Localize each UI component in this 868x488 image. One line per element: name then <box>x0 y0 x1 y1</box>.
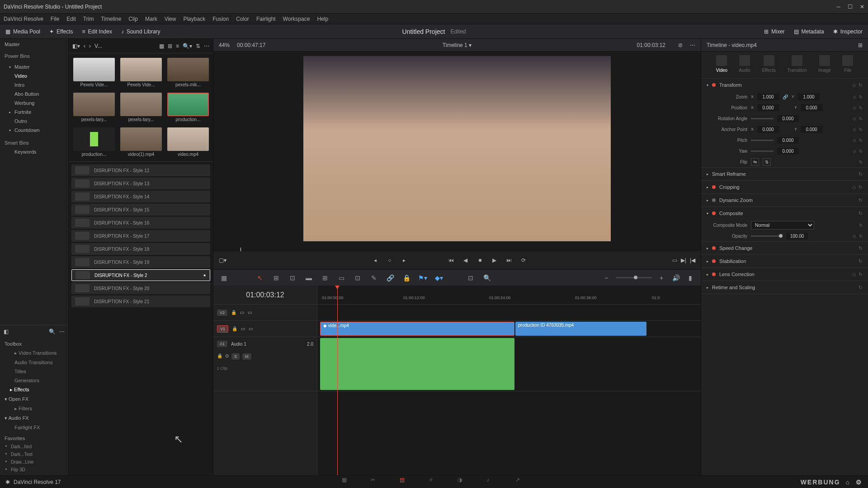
stabilization-header[interactable]: Stabilization↻ <box>701 255 868 267</box>
menu-item[interactable]: Trim <box>83 16 94 22</box>
prev-clip-icon[interactable]: |◀ <box>690 257 695 263</box>
reset-icon[interactable]: ↻ <box>859 149 863 154</box>
clip-thumb[interactable]: pexels-tary... <box>73 93 115 122</box>
openfx-cat[interactable]: ▾ Open FX <box>0 394 68 404</box>
view-filmstrip-icon[interactable]: ▦ <box>159 43 164 49</box>
fav-item[interactable]: Draw...Line <box>0 458 68 466</box>
clip-thumb[interactable]: video(1).mp4 <box>120 127 162 157</box>
fav-item[interactable]: Dark...Text <box>0 450 68 458</box>
reset-icon[interactable]: ↻ <box>859 258 863 264</box>
reset-icon[interactable]: ↻ <box>859 160 863 164</box>
generators-cat[interactable]: Generators <box>0 376 68 385</box>
nav-back-icon[interactable]: ‹ <box>84 43 85 49</box>
media-pool-button[interactable]: ▦Media Pool <box>5 28 40 35</box>
reset-icon[interactable]: ↻ <box>859 82 863 88</box>
keyframe-icon[interactable]: ◇ <box>853 94 856 99</box>
reset-icon[interactable]: ↻ <box>859 211 863 216</box>
search-icon[interactable]: 🔍 <box>49 328 56 335</box>
audiofx-cat[interactable]: ▾ Audio FX <box>0 413 68 423</box>
keyframe-icon[interactable]: ◇ <box>853 127 856 132</box>
bin-werbung[interactable]: Werbung <box>0 99 68 108</box>
opacity-input[interactable] <box>786 233 808 239</box>
flag-icon[interactable]: ⚑▾ <box>418 273 428 283</box>
app-icon[interactable]: ✱ <box>5 479 10 485</box>
link-icon[interactable]: 🔗 <box>385 273 395 283</box>
fav-item[interactable]: Flip 3D <box>0 466 68 474</box>
dynamic-trim-icon[interactable]: ⊡ <box>288 273 297 283</box>
lock-icon[interactable]: 🔒 <box>401 273 411 283</box>
dynamic-zoom-header[interactable]: Dynamic Zoom↻ <box>701 194 868 206</box>
bin-master[interactable]: Master <box>0 62 68 71</box>
reset-icon[interactable]: ↻ <box>859 94 863 99</box>
effects-list[interactable]: DISRUPTION FX - Style 12 DISRUPTION FX -… <box>69 161 213 475</box>
track-a1[interactable] <box>317 337 701 391</box>
clip-thumb[interactable]: production... <box>167 93 209 122</box>
toolbox-cat[interactable]: Toolbox <box>0 339 68 348</box>
keyframe-icon[interactable]: ◇ <box>852 82 856 88</box>
loop-icon[interactable]: ○ <box>385 256 394 265</box>
next-clip-icon[interactable]: ▶| <box>681 257 686 263</box>
selection-tool-icon[interactable]: ↖ <box>255 273 265 283</box>
clip-video1[interactable]: ◆ vide...mp4 <box>320 322 514 336</box>
solo-button[interactable]: S <box>231 353 240 360</box>
tab-transition[interactable]: Transition <box>787 55 807 75</box>
keyframe-icon[interactable]: ◇ <box>853 116 856 121</box>
single-viewer-icon[interactable]: ▭ <box>672 257 677 263</box>
meters-icon[interactable]: ▮ <box>685 273 695 283</box>
minimize-icon[interactable]: ─ <box>836 4 840 10</box>
edit-page-icon[interactable]: ▤ <box>400 477 410 488</box>
effect-item[interactable]: DISRUPTION FX - Style 17 <box>71 230 210 242</box>
pitch-input[interactable] <box>777 137 799 144</box>
yaw-slider[interactable] <box>751 150 774 152</box>
tab-video[interactable]: Video <box>716 55 727 75</box>
menu-item[interactable]: View <box>165 16 176 22</box>
pos-y-input[interactable] <box>801 104 822 111</box>
clip-thumb[interactable]: Pexels Vide... <box>73 58 115 87</box>
effect-item[interactable]: DISRUPTION FX - Style 15 <box>71 204 210 216</box>
media-page-icon[interactable]: ▦ <box>342 477 353 488</box>
lock-icon[interactable]: 🔒 <box>217 353 222 360</box>
track-v2[interactable] <box>317 305 701 321</box>
loop-playback-icon[interactable]: ⟳ <box>519 256 528 265</box>
reset-icon[interactable]: ↻ <box>859 105 863 110</box>
options-icon[interactable]: ⋯ <box>204 43 209 49</box>
clip-thumb[interactable]: ♪video.mp4 <box>167 127 209 157</box>
bypass-icon[interactable]: ⊘ <box>678 42 683 48</box>
track-toggle-icon[interactable]: ▭ <box>240 310 244 315</box>
playhead[interactable] <box>337 286 338 475</box>
inspector-button[interactable]: ✱Inspector <box>833 28 863 35</box>
master-header[interactable]: Master <box>0 39 68 50</box>
sound-library-button[interactable]: ♪Sound Library <box>121 28 160 35</box>
stop-icon[interactable]: ■ <box>476 256 485 265</box>
marker-icon[interactable]: ◆▾ <box>434 273 444 283</box>
fav-item[interactable]: Dark...hird <box>0 443 68 450</box>
search-icon[interactable]: 🔍 <box>482 273 492 283</box>
keyframe-icon[interactable]: ◇ <box>853 138 856 143</box>
mute-button[interactable]: M <box>242 353 251 360</box>
settings-icon[interactable]: ⚙ <box>856 479 863 486</box>
reset-icon[interactable]: ↻ <box>859 127 863 132</box>
prev-edit-icon[interactable]: ◂ <box>371 256 380 265</box>
nav-fwd-icon[interactable]: › <box>89 43 91 49</box>
trim-tool-icon[interactable]: ⊞ <box>271 273 281 283</box>
menu-item[interactable]: Workspace <box>283 16 310 22</box>
blade-icon[interactable]: ✎ <box>369 273 379 283</box>
rotation-slider[interactable] <box>751 118 774 119</box>
titles-cat[interactable]: Titles <box>0 367 68 376</box>
transform-header[interactable]: Transform◇↻ <box>701 79 868 91</box>
track-header-v2[interactable]: V2 🔒 ▭ ▭ <box>213 305 317 321</box>
next-edit-icon[interactable]: ▸ <box>400 256 409 265</box>
retime-header[interactable]: Retime and Scaling↻ <box>701 281 868 294</box>
viewer-zoom[interactable]: 44% <box>219 42 230 48</box>
effect-item[interactable]: DISRUPTION FX - Style 14 <box>71 191 210 202</box>
audio-transitions-cat[interactable]: Audio Transitions <box>0 358 68 367</box>
composite-mode-select[interactable]: Normal <box>751 221 814 230</box>
menu-item[interactable]: Playback <box>183 16 205 22</box>
smart-reframe-header[interactable]: Smart Reframe↻ <box>701 168 868 180</box>
match-frame-icon[interactable]: ▢▾ <box>219 257 226 263</box>
tab-image[interactable]: Image <box>818 55 831 75</box>
metadata-button[interactable]: ▤Metadata <box>794 28 824 35</box>
zoom-y-input[interactable] <box>798 94 820 100</box>
keyframe-icon[interactable]: ◇ <box>853 105 856 110</box>
rotation-input[interactable] <box>777 115 799 122</box>
